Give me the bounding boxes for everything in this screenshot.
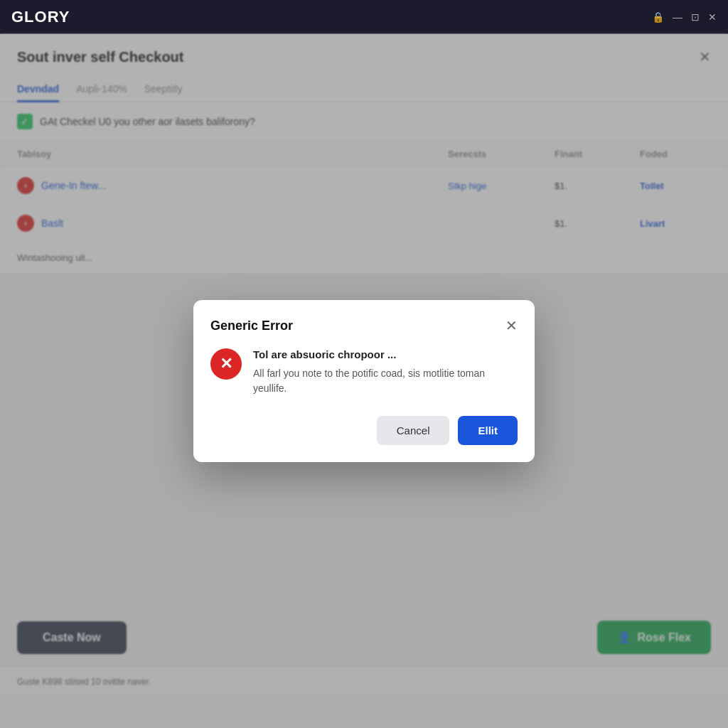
close-window-button[interactable]: ✕ (708, 11, 717, 23)
modal-close-button[interactable]: ✕ (505, 317, 518, 334)
modal-body: ✕ Tol are absuoric chropoor ... All farl… (210, 348, 518, 396)
modal-header: Generic Error ✕ (210, 317, 518, 334)
restore-button[interactable]: ⊡ (691, 11, 700, 23)
titlebar: GLORY 🔒 — ⊡ ✕ (0, 0, 728, 34)
app-logo: GLORY (11, 8, 70, 26)
modal-title: Generic Error (210, 318, 293, 333)
confirm-button[interactable]: Ellit (458, 416, 518, 445)
minimize-button[interactable]: — (673, 11, 682, 23)
error-icon: ✕ (210, 348, 242, 380)
modal-primary-text: Tol are absuoric chropoor ... (253, 348, 518, 360)
error-modal: Generic Error ✕ ✕ Tol are absuoric chrop… (193, 300, 535, 462)
modal-overlay: Generic Error ✕ ✕ Tol are absuoric chrop… (0, 34, 728, 728)
cancel-button[interactable]: Cancel (377, 416, 450, 445)
modal-secondary-text: All farl you note to the potific coad, s… (253, 366, 518, 396)
lock-icon: 🔒 (652, 11, 664, 23)
modal-footer: Cancel Ellit (210, 416, 518, 445)
modal-text-block: Tol are absuoric chropoor ... All farl y… (253, 348, 518, 396)
window-controls[interactable]: 🔒 — ⊡ ✕ (652, 11, 717, 23)
